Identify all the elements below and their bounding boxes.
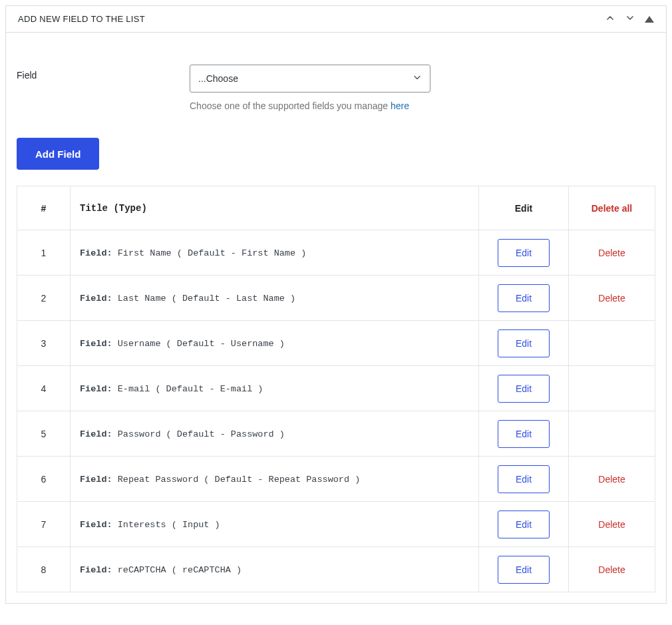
panel-title: ADD NEW FIELD TO THE LIST: [18, 14, 145, 24]
field-prefix: Field:: [80, 520, 112, 530]
row-index: 4: [17, 366, 71, 411]
edit-button[interactable]: Edit: [498, 239, 550, 267]
row-index: 2: [17, 276, 71, 321]
panel-body: Field ...Choose Choose one of the suppor…: [6, 33, 666, 603]
row-edit-cell: Edit: [479, 411, 569, 457]
field-control-wrap: ...Choose Choose one of the supported fi…: [190, 65, 430, 111]
field-help-link[interactable]: here: [391, 101, 409, 111]
row-index: 3: [17, 321, 71, 366]
table-row: 2Field: Last Name ( Default - Last Name …: [17, 276, 655, 321]
delete-all-link[interactable]: Delete all: [591, 203, 632, 214]
panel-header: ADD NEW FIELD TO THE LIST: [6, 6, 666, 33]
panel-header-actions: [605, 13, 654, 25]
edit-button[interactable]: Edit: [498, 511, 550, 538]
row-delete-cell: [569, 366, 655, 411]
row-edit-cell: Edit: [479, 547, 569, 592]
row-delete-cell: Delete: [569, 276, 655, 321]
table-row: 1Field: First Name ( Default - First Nam…: [17, 230, 655, 276]
table-row: 6Field: Repeat Password ( Default - Repe…: [17, 457, 655, 502]
add-field-panel: ADD NEW FIELD TO THE LIST Field ...Choos…: [5, 5, 667, 604]
chevron-down-icon[interactable]: [625, 13, 635, 25]
row-index: 1: [17, 230, 71, 276]
row-edit-cell: Edit: [479, 502, 569, 547]
row-title: Field: E-mail ( Default - E-mail ): [71, 366, 479, 411]
field-prefix: Field:: [80, 248, 112, 258]
field-prefix: Field:: [80, 339, 112, 349]
table-header-edit: Edit: [479, 186, 569, 230]
edit-button[interactable]: Edit: [498, 375, 550, 403]
field-selector-row: Field ...Choose Choose one of the suppor…: [17, 65, 655, 111]
table-row: 7Field: Interests ( Input )EditDelete: [17, 502, 655, 547]
table-header-row: # Title (Type) Edit Delete all: [17, 186, 655, 230]
add-field-button[interactable]: Add Field: [17, 138, 99, 170]
row-index: 7: [17, 502, 71, 547]
row-index: 6: [17, 457, 71, 502]
edit-button[interactable]: Edit: [498, 556, 550, 584]
delete-link[interactable]: Delete: [598, 293, 625, 304]
row-title: Field: Username ( Default - Username ): [71, 321, 479, 366]
row-delete-cell: Delete: [569, 547, 655, 592]
row-title: Field: reCAPTCHA ( reCAPTCHA ): [71, 547, 479, 592]
field-prefix: Field:: [80, 294, 112, 304]
row-title: Field: Last Name ( Default - Last Name ): [71, 276, 479, 321]
row-title: Field: Password ( Default - Password ): [71, 411, 479, 457]
row-edit-cell: Edit: [479, 230, 569, 276]
delete-link[interactable]: Delete: [598, 474, 625, 485]
field-prefix: Field:: [80, 565, 112, 575]
edit-button[interactable]: Edit: [498, 420, 550, 448]
row-delete-cell: Delete: [569, 230, 655, 276]
edit-button[interactable]: Edit: [498, 284, 550, 312]
table-row: 8Field: reCAPTCHA ( reCAPTCHA )EditDelet…: [17, 547, 655, 592]
field-select-wrap: ...Choose: [190, 65, 430, 93]
row-edit-cell: Edit: [479, 457, 569, 502]
edit-button[interactable]: Edit: [498, 329, 550, 357]
row-title: Field: Repeat Password ( Default - Repea…: [71, 457, 479, 502]
chevron-up-icon[interactable]: [605, 13, 615, 25]
table-row: 5Field: Password ( Default - Password )E…: [17, 411, 655, 457]
row-edit-cell: Edit: [479, 276, 569, 321]
table-header-title: Title (Type): [71, 186, 479, 230]
row-delete-cell: Delete: [569, 457, 655, 502]
row-index: 8: [17, 547, 71, 592]
field-help-prefix: Choose one of the supported fields you m…: [190, 101, 391, 111]
field-prefix: Field:: [80, 429, 112, 439]
delete-link[interactable]: Delete: [598, 519, 625, 530]
field-prefix: Field:: [80, 475, 112, 485]
row-delete-cell: [569, 321, 655, 366]
table-row: 3Field: Username ( Default - Username )E…: [17, 321, 655, 366]
field-label: Field: [17, 65, 176, 81]
row-edit-cell: Edit: [479, 366, 569, 411]
row-delete-cell: [569, 411, 655, 457]
row-edit-cell: Edit: [479, 321, 569, 366]
row-title: Field: First Name ( Default - First Name…: [71, 230, 479, 276]
field-help-text: Choose one of the supported fields you m…: [190, 101, 430, 111]
field-prefix: Field:: [80, 384, 112, 394]
collapse-icon[interactable]: [645, 16, 654, 23]
row-delete-cell: Delete: [569, 502, 655, 547]
table-row: 4Field: E-mail ( Default - E-mail )Edit: [17, 366, 655, 411]
fields-table: # Title (Type) Edit Delete all 1Field: F…: [17, 186, 655, 592]
row-index: 5: [17, 411, 71, 457]
row-title: Field: Interests ( Input ): [71, 502, 479, 547]
field-select[interactable]: ...Choose: [190, 65, 430, 93]
delete-link[interactable]: Delete: [598, 564, 625, 575]
edit-button[interactable]: Edit: [498, 465, 550, 493]
delete-link[interactable]: Delete: [598, 248, 625, 258]
table-header-index: #: [17, 186, 71, 230]
